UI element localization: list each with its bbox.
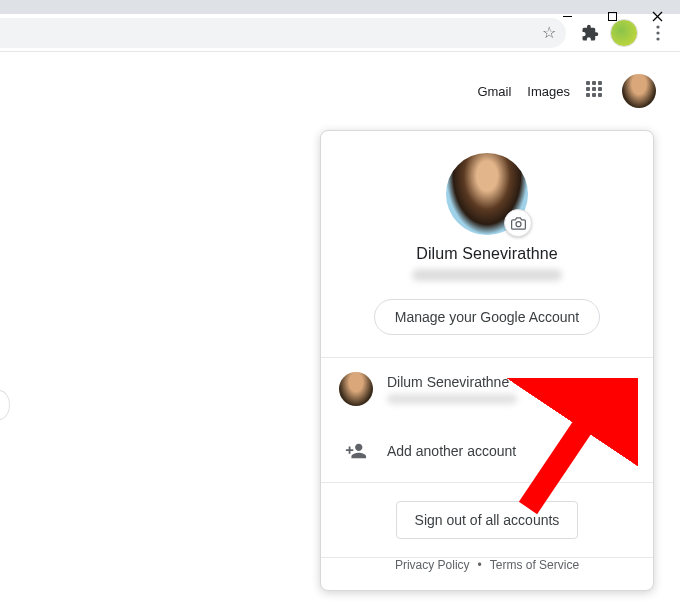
google-apps-icon[interactable] (586, 81, 606, 101)
google-header: Gmail Images (0, 52, 680, 108)
terms-of-service-link[interactable]: Terms of Service (490, 558, 579, 572)
profile-avatar-large (446, 153, 528, 235)
svg-point-5 (656, 31, 659, 34)
account-row-email-blurred (387, 394, 517, 404)
account-avatar[interactable] (622, 74, 656, 108)
svg-rect-1 (609, 12, 617, 20)
add-account-label: Add another account (387, 443, 516, 459)
window-controls (545, 2, 680, 30)
account-row-text: Dilum Senevirathne (387, 374, 594, 404)
add-account-row[interactable]: Add another account (321, 420, 653, 482)
manage-account-button[interactable]: Manage your Google Account (374, 299, 600, 335)
account-row-name: Dilum Senevirathne (387, 374, 594, 390)
svg-point-6 (656, 37, 659, 40)
account-email-blurred (412, 269, 562, 281)
footer-separator: • (478, 558, 482, 572)
gmail-link[interactable]: Gmail (477, 84, 511, 99)
account-popover: Dilum Senevirathne Manage your Google Ac… (320, 130, 654, 591)
omnibox[interactable]: ☆ (0, 18, 566, 48)
divider (321, 482, 653, 483)
account-row-avatar (339, 372, 373, 406)
change-photo-button[interactable] (504, 209, 532, 237)
sign-out-all-button[interactable]: Sign out of all accounts (396, 501, 579, 539)
person-add-icon (339, 434, 373, 468)
close-button[interactable] (635, 2, 680, 30)
account-display-name: Dilum Senevirathne (321, 245, 653, 263)
popover-footer: Privacy Policy • Terms of Service (321, 558, 653, 572)
default-account-tag: Default (594, 382, 635, 397)
svg-point-7 (516, 221, 521, 226)
images-link[interactable]: Images (527, 84, 570, 99)
minimize-button[interactable] (545, 2, 590, 30)
maximize-button[interactable] (590, 2, 635, 30)
privacy-policy-link[interactable]: Privacy Policy (395, 558, 470, 572)
account-switcher-row[interactable]: Dilum Senevirathne Default (321, 358, 653, 420)
side-arc-decoration (0, 390, 10, 420)
